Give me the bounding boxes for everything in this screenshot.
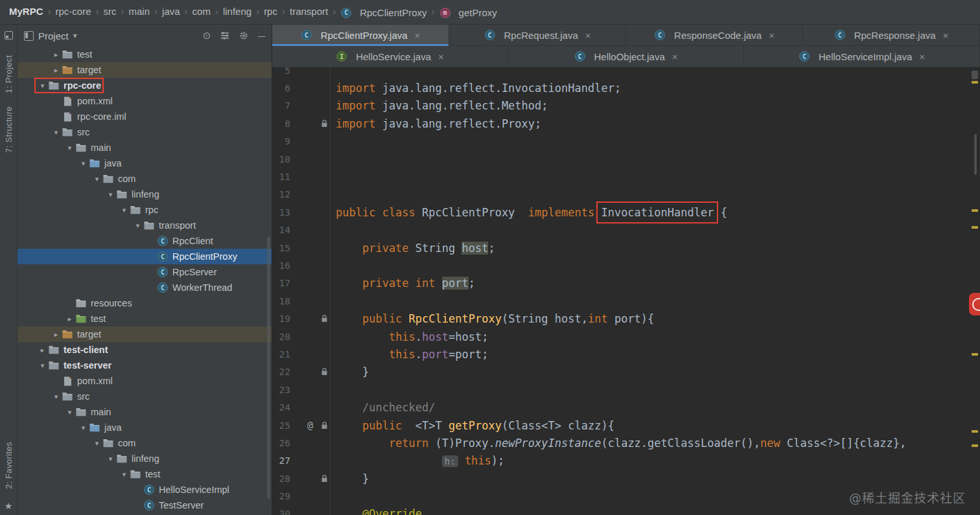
project-panel-title[interactable]: Project (38, 30, 69, 41)
lock-gutter-icon[interactable] (321, 315, 328, 323)
tab-close-icon[interactable]: × (919, 51, 925, 62)
line-number[interactable]: 11 (272, 168, 290, 185)
tree-collapsed-arrow-icon[interactable]: ▸ (51, 66, 62, 74)
lock-gutter-icon[interactable] (321, 421, 328, 429)
tree-item-src[interactable]: ▾src (18, 389, 272, 404)
toolwindow-button-project[interactable]: 1: Project (4, 55, 14, 93)
tree-item-linfeng[interactable]: ▾linfeng (18, 187, 272, 202)
tree-item-java[interactable]: ▾java (18, 420, 272, 435)
tree-collapsed-arrow-icon[interactable]: ▸ (51, 51, 62, 59)
tab-rpcrequest.java[interactable]: CRpcRequest.java× (449, 25, 626, 45)
line-number[interactable]: 13 (272, 203, 290, 221)
tree-item-main[interactable]: ▾main (18, 140, 272, 155)
tree-item-rpcclient[interactable]: CRpcClient (18, 233, 272, 249)
line-number[interactable]: 10 (272, 150, 290, 168)
lock-gutter-icon[interactable] (321, 368, 328, 376)
breadcrumb-item-com[interactable]: com (191, 6, 212, 17)
tree-item-java[interactable]: ▾java (18, 155, 272, 171)
annotation-gutter-icon[interactable]: @ (307, 420, 313, 431)
toolwindow-button-structure[interactable]: 7: Structure (4, 106, 14, 153)
line-number[interactable]: 15 (272, 239, 290, 257)
tab-helloserviceimpl.java[interactable]: CHelloServiceImpl.java× (744, 46, 980, 67)
line-number[interactable]: 26 (272, 434, 290, 452)
line-number[interactable]: 25 (272, 417, 290, 434)
breadcrumb-item-rpcclientproxy[interactable]: CRpcClientProxy (339, 7, 428, 18)
tree-expanded-arrow-icon[interactable]: ▾ (132, 222, 143, 230)
tree-expanded-arrow-icon[interactable]: ▾ (105, 190, 116, 199)
tree-item-src[interactable]: ▾src (18, 124, 272, 140)
tree-expanded-arrow-icon[interactable]: ▾ (105, 455, 116, 463)
hide-panel-icon[interactable]: ─ (258, 30, 265, 41)
line-number[interactable]: 19 (272, 310, 290, 327)
tree-item-pom.xml[interactable]: pom.xml (18, 373, 272, 389)
tree-expanded-arrow-icon[interactable]: ▾ (91, 175, 102, 183)
breadcrumb-item-rpc-core[interactable]: rpc-core (54, 6, 93, 17)
line-number[interactable]: 9 (272, 133, 290, 150)
tab-rpcresponse.java[interactable]: CRpcResponse.java× (803, 25, 980, 45)
line-number[interactable]: 5 (272, 67, 290, 79)
tab-helloobject.java[interactable]: CHelloObject.java× (508, 46, 744, 67)
tree-item-rpcclientproxy[interactable]: CRpcClientProxy (18, 249, 272, 264)
line-number[interactable]: 30 (272, 505, 290, 515)
tree-item-target[interactable]: ▸target (18, 326, 272, 342)
tree-collapsed-arrow-icon[interactable]: ▸ (37, 346, 48, 354)
tree-item-test[interactable]: ▸test (18, 47, 272, 62)
filter-sliders-icon[interactable] (220, 31, 229, 40)
tab-helloservice.java[interactable]: IHelloService.java× (272, 46, 508, 67)
tree-expanded-arrow-icon[interactable]: ▾ (64, 408, 75, 417)
edge-red-indicator[interactable] (969, 293, 980, 315)
breadcrumb-item-getproxy[interactable]: mgetProxy (438, 7, 498, 18)
tree-expanded-arrow-icon[interactable]: ▾ (91, 439, 102, 448)
tree-expanded-arrow-icon[interactable]: ▾ (78, 424, 89, 432)
line-number[interactable]: 12 (272, 186, 290, 203)
project-tree-scrollbar[interactable] (267, 236, 270, 499)
tree-expanded-arrow-icon[interactable]: ▾ (78, 159, 89, 168)
lock-gutter-icon[interactable] (321, 119, 328, 128)
tree-item-linfeng[interactable]: ▾linfeng (18, 451, 272, 466)
tree-item-test[interactable]: ▸test (18, 311, 272, 326)
tab-close-icon[interactable]: × (438, 51, 444, 62)
editor-scrollbar-thumb[interactable] (974, 134, 977, 175)
tab-close-icon[interactable]: × (585, 30, 591, 41)
tree-item-test-server[interactable]: ▾test-server (18, 358, 272, 373)
tree-collapsed-arrow-icon[interactable]: ▸ (51, 330, 62, 339)
gear-icon[interactable] (239, 31, 248, 40)
tree-item-target[interactable]: ▸target (18, 62, 272, 78)
tab-close-icon[interactable]: × (672, 51, 678, 62)
tree-expanded-arrow-icon[interactable]: ▾ (119, 470, 130, 479)
tree-item-transport[interactable]: ▾transport (18, 218, 272, 233)
tree-collapsed-arrow-icon[interactable]: ▸ (64, 315, 75, 323)
line-number[interactable]: 16 (272, 257, 290, 274)
tree-item-rpcserver[interactable]: CRpcServer (18, 264, 272, 280)
inspections-widget[interactable] (972, 71, 978, 79)
toolwindow-button-favorites[interactable]: 2: Favorites (4, 442, 14, 489)
breadcrumb-item-rpc[interactable]: rpc (262, 6, 279, 17)
tree-item-main[interactable]: ▾main (18, 404, 272, 420)
tab-close-icon[interactable]: × (943, 30, 949, 41)
tree-expanded-arrow-icon[interactable]: ▾ (37, 361, 48, 370)
breadcrumb-item-main[interactable]: main (128, 6, 152, 17)
tree-item-workerthread[interactable]: CWorkerThread (18, 280, 272, 295)
breadcrumb-item-src[interactable]: src (102, 6, 118, 17)
breadcrumb-item-transport[interactable]: transport (288, 6, 329, 17)
tree-expanded-arrow-icon[interactable]: ▾ (64, 144, 75, 152)
tree-expanded-arrow-icon[interactable]: ▾ (51, 393, 62, 401)
tree-item-com[interactable]: ▾com (18, 171, 272, 187)
line-number[interactable]: 22 (272, 363, 290, 381)
tree-expanded-arrow-icon[interactable]: ▾ (37, 82, 48, 90)
tree-item-pom.xml[interactable]: pom.xml (18, 93, 272, 109)
code-editor[interactable]: 56import java.lang.reflect.InvocationHan… (272, 67, 980, 515)
tree-item-test[interactable]: ▾test (18, 466, 272, 482)
tree-item-rpc-core[interactable]: ▾rpc-core (18, 78, 272, 93)
tree-item-resources[interactable]: resources (18, 295, 272, 311)
chevron-down-icon[interactable]: ▾ (73, 31, 77, 40)
line-number[interactable]: 23 (272, 381, 290, 398)
line-number[interactable]: 8 (272, 115, 290, 132)
tree-item-rpc-core.iml[interactable]: rpc-core.iml (18, 109, 272, 124)
line-number[interactable]: 29 (272, 487, 290, 505)
breadcrumb-item-myrpc[interactable]: MyRPC (8, 6, 45, 17)
breadcrumb-item-linfeng[interactable]: linfeng (222, 6, 253, 17)
tree-item-helloserviceimpl[interactable]: CHelloServiceImpl (18, 482, 272, 498)
tree-item-com[interactable]: ▾com (18, 435, 272, 451)
line-number[interactable]: 6 (272, 79, 290, 97)
